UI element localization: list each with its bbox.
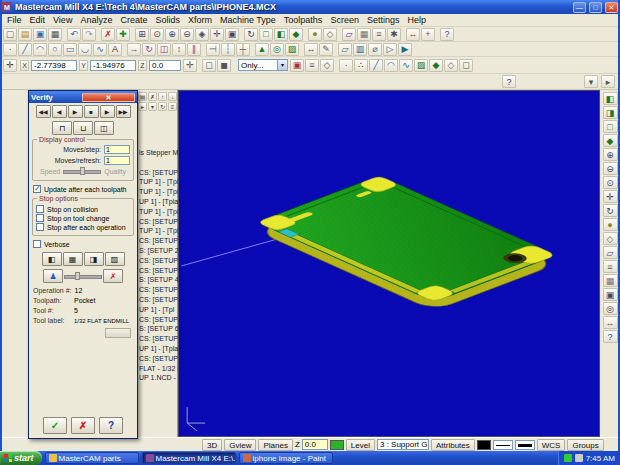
menu-item[interactable]: Screen <box>326 15 363 25</box>
slider-thumb[interactable] <box>80 167 85 175</box>
toolpath-pocket-icon[interactable]: ▥ <box>353 43 367 56</box>
minimize-button[interactable]: — <box>573 2 586 13</box>
menu-item[interactable]: Machine Type <box>216 15 280 25</box>
selection-only-icon[interactable]: ◼ <box>217 59 231 72</box>
y-coordinate-input[interactable] <box>90 60 136 71</box>
attributes-button[interactable]: Attributes <box>431 439 475 451</box>
quick-point-icon[interactable]: ∙ <box>339 59 353 72</box>
toolpath-tree-item[interactable]: UP 1] - [Tpl <box>139 305 178 315</box>
taskbar-task-mastercam[interactable]: Mastercam Mill X4 E:\... <box>142 452 236 464</box>
slider-thumb[interactable] <box>75 272 80 280</box>
selection-all-icon[interactable]: ◻ <box>202 59 216 72</box>
toolpath-drill-icon[interactable]: ⌀ <box>368 43 382 56</box>
delete-icon[interactable]: ✗ <box>101 28 115 41</box>
ops-collapse-icon[interactable]: ▾ <box>148 102 157 111</box>
mru-analyze-icon[interactable]: ↔ <box>603 316 618 329</box>
create-fillet-icon[interactable]: ◡ <box>78 43 92 56</box>
mru-rotate-icon[interactable]: ↻ <box>603 204 618 217</box>
new-file-icon[interactable]: ▢ <box>3 28 17 41</box>
mru-zoom-out-icon[interactable]: ⊖ <box>603 162 618 175</box>
xform-rotate-icon[interactable]: ↻ <box>142 43 156 56</box>
section-button[interactable]: ◨ <box>84 252 104 266</box>
create-point-icon[interactable]: ∙ <box>3 43 17 56</box>
mru-zoom-in-icon[interactable]: ⊕ <box>603 148 618 161</box>
stop-on-tool-change-checkbox[interactable] <box>36 214 44 222</box>
x-coordinate-input[interactable] <box>31 60 77 71</box>
open-file-icon[interactable]: ▤ <box>18 28 32 41</box>
menu-item[interactable]: Xform <box>184 15 216 25</box>
menu-item[interactable]: Toolpaths <box>280 15 327 25</box>
update-toolpath-checkbox[interactable] <box>33 185 41 193</box>
toolpath-tree-item[interactable]: CS: [SETUP 6] - <box>139 354 178 364</box>
dynamic-rotate-icon[interactable]: ↻ <box>244 28 258 41</box>
analyze-position-icon[interactable]: + <box>421 28 435 41</box>
step-back-button[interactable]: ◀ <box>52 105 67 118</box>
menu-item[interactable]: View <box>49 15 76 25</box>
grid-icon[interactable]: ▦ <box>357 28 371 41</box>
menu-item[interactable]: File <box>3 15 26 25</box>
show-holder-button[interactable]: ⊔ <box>73 121 93 135</box>
planes-button[interactable]: Planes <box>258 439 292 451</box>
break-icon[interactable]: ┆ <box>221 43 235 56</box>
analyze-distance-icon[interactable]: ↔ <box>406 28 420 41</box>
stop-button[interactable]: ■ <box>84 105 99 118</box>
toolpath-tree-item[interactable]: FLAT - 1/32 FL <box>139 364 178 374</box>
show-tool-button[interactable]: ⊓ <box>52 121 72 135</box>
create-letters-icon[interactable]: A <box>108 43 122 56</box>
toolpath-contour-icon[interactable]: ▱ <box>338 43 352 56</box>
verify-icon[interactable]: ▶ <box>398 43 412 56</box>
ops-select-all-icon[interactable]: ▤ <box>138 92 147 101</box>
solid-extrude-icon[interactable]: ▲ <box>255 43 269 56</box>
toolpath-tree-item[interactable]: CS: [SETUP 5] - <box>139 295 178 305</box>
menu-item[interactable]: Edit <box>26 15 50 25</box>
toolpath-tree-item[interactable]: UP 1.NCD - Proj <box>139 373 178 383</box>
ok-button[interactable]: ✓ <box>43 417 67 434</box>
dimension-icon[interactable]: ↔ <box>304 43 318 56</box>
planes-icon[interactable]: ▱ <box>342 28 356 41</box>
halt-button[interactable]: ✗ <box>103 269 123 283</box>
line-width-selector[interactable] <box>515 440 535 450</box>
level-button[interactable]: Level <box>346 439 375 451</box>
mask-entity-icon[interactable]: ◇ <box>320 59 334 72</box>
zoom-in-icon[interactable]: ⊕ <box>165 28 179 41</box>
level-field[interactable]: 3 : Support G <box>377 439 429 450</box>
system-color-swatch[interactable] <box>330 440 344 450</box>
toolpath-tree-item[interactable]: S: [SETUP 6] - <box>139 324 178 334</box>
ops-move-down-icon[interactable]: ↓ <box>168 92 177 101</box>
wireframe-icon[interactable]: ◇ <box>323 28 337 41</box>
speed-quality-slider[interactable] <box>63 167 101 175</box>
levels-icon[interactable]: ≡ <box>372 28 386 41</box>
entity-color-swatch[interactable] <box>477 440 491 450</box>
mask-level-icon[interactable]: ≡ <box>305 59 319 72</box>
backplot-icon[interactable]: ▷ <box>383 43 397 56</box>
tray-shield-icon[interactable] <box>564 454 572 462</box>
shaded-icon[interactable]: ● <box>308 28 322 41</box>
help-button[interactable]: ? <box>99 417 123 434</box>
menu-item[interactable]: Solids <box>151 15 184 25</box>
create-line-icon[interactable]: ╱ <box>18 43 32 56</box>
quick-solids-mask-icon[interactable]: ◆ <box>429 59 443 72</box>
ops-regen-icon[interactable]: ↻ <box>158 102 167 111</box>
xform-offset-icon[interactable]: ∥ <box>187 43 201 56</box>
mru-wireframe-icon[interactable]: ◇ <box>603 232 618 245</box>
verbose-checkbox[interactable] <box>33 240 41 248</box>
toolpath-tree-item[interactable]: S: [SETUP 4] - <box>139 275 178 285</box>
taskbar-task-folder[interactable]: MasterCAM parts <box>45 452 139 464</box>
xform-mirror-icon[interactable]: ◫ <box>157 43 171 56</box>
zoom-window-icon[interactable]: ⊞ <box>135 28 149 41</box>
gview-front-icon[interactable]: ◧ <box>274 28 288 41</box>
gview-iso-icon[interactable]: ◆ <box>289 28 303 41</box>
pan-icon[interactable]: ✛ <box>210 28 224 41</box>
note-icon[interactable]: ✎ <box>319 43 333 56</box>
ops-expand-icon[interactable]: ▸ <box>138 102 147 111</box>
stop-after-operation-checkbox[interactable] <box>36 223 44 231</box>
taskbar-task-paint[interactable]: iphone image - Paint <box>239 452 333 464</box>
wcs-button[interactable]: WCS <box>537 439 566 451</box>
toolpath-tree-item[interactable]: CS: [SETUP 1] - <box>139 168 178 178</box>
fit-icon[interactable]: ▣ <box>225 28 239 41</box>
ops-delete-icon[interactable]: ✗ <box>148 92 157 101</box>
trim-icon[interactable]: ⊣ <box>206 43 220 56</box>
create-arc-icon[interactable]: ◠ <box>33 43 47 56</box>
print-icon[interactable]: ▦ <box>48 28 62 41</box>
z-depth-field[interactable]: 0.0 <box>302 439 328 450</box>
